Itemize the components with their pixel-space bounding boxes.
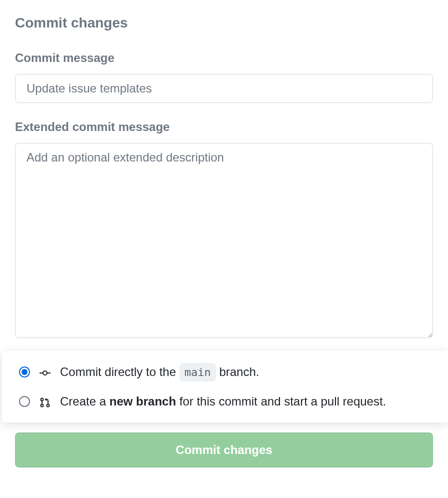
git-commit-icon [39,366,51,378]
commit-changes-button[interactable]: Commit changes [15,432,433,468]
radio-unselected-icon [19,396,30,407]
extended-message-textarea[interactable] [15,143,433,338]
commit-direct-label: Commit directly to the main branch. [60,363,432,382]
radio-selected-icon [19,366,30,378]
page-title: Commit changes [15,15,433,31]
svg-point-4 [41,404,44,407]
svg-point-3 [41,398,44,401]
commit-message-group: Commit message [15,51,433,103]
git-pull-request-icon [39,396,51,408]
commit-message-label: Commit message [15,51,433,65]
create-branch-label: Create a new branch for this commit and … [60,392,432,410]
commit-message-input[interactable] [15,74,433,103]
extended-message-group: Extended commit message [15,120,433,340]
create-branch-option[interactable]: Create a new branch for this commit and … [19,392,432,410]
commit-direct-option[interactable]: Commit directly to the main branch. [19,363,432,382]
svg-point-6 [47,404,50,407]
branch-choice-panel: Commit directly to the main branch. Crea… [2,351,448,422]
extended-message-label: Extended commit message [15,120,433,134]
branch-name-pill: main [180,363,216,382]
svg-point-0 [43,371,47,375]
